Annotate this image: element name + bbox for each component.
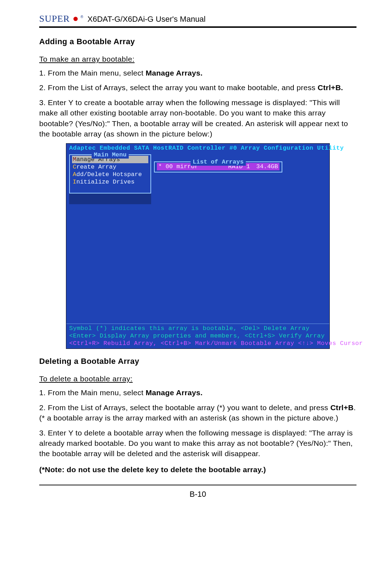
step-2: 2. From the List of Arrays, select the a… — [39, 82, 356, 93]
page-number: B-10 — [39, 490, 356, 499]
bios-body: Main Menu Manage Arrays Create Array Add… — [66, 153, 329, 194]
manual-title: X6DAT-G/X6DAi-G User's Manual — [87, 15, 205, 24]
help-line-1: Symbol (*) indicates this array is boota… — [69, 325, 327, 332]
footer-rule — [39, 485, 356, 485]
main-menu-box: Main Menu Manage Arrays Create Array Add… — [69, 154, 151, 194]
bios-screenshot: Adaptec Embedded SATA HostRAID Controlle… — [66, 143, 330, 349]
help-line-3: <Ctrl+R> Rebuild Array, <Ctrl+B> Mark/Un… — [69, 340, 327, 347]
del-step-2-text-a: 2. From the List of Arrays, select the b… — [39, 403, 330, 412]
menu-create-array[interactable]: Create Array — [72, 163, 148, 171]
help-line-2: <Enter> Display Array properties and mem… — [69, 332, 327, 340]
step-1-text: 1. From the Main menu, select — [39, 69, 145, 77]
del-step-2-bold: Ctrl+B — [330, 403, 354, 412]
arrays-wrap: List of Arrays * 00 mirror RAID 1 34.4GB — [151, 153, 327, 172]
menu-label-2: reate Array — [76, 164, 116, 170]
hotkey-c: C — [73, 164, 76, 170]
bios-help-bar: Symbol (*) indicates this array is boota… — [66, 324, 329, 349]
note-warning: (*Note: do not use the delete key to del… — [39, 465, 356, 474]
del-step-1: 1. From the Main menu, select Manage Arr… — [39, 387, 356, 398]
list-of-arrays-box: List of Arrays * 00 mirror RAID 1 34.4GB — [154, 161, 282, 172]
del-step-1-bold: Manage Arrays. — [145, 388, 202, 397]
section-heading-adding: Adding a Bootable Array — [39, 37, 356, 46]
brand-name: SUPER — [39, 14, 70, 24]
menu-shadow — [69, 194, 151, 204]
brand-dot-icon — [73, 17, 78, 21]
menu-add-delete-hotspare[interactable]: Add/Delete Hotspare — [72, 171, 148, 178]
step-2-text: 2. From the List of Arrays, select the a… — [39, 83, 318, 92]
menu-label-3: dd/Delete Hotspare — [76, 171, 142, 178]
del-step-2: 2. From the List of Arrays, select the b… — [39, 402, 356, 423]
step-3: 3. Enter Y to create a bootable array wh… — [39, 97, 356, 139]
manual-page: SUPER ® X6DAT-G/X6DAi-G User's Manual Ad… — [0, 0, 385, 588]
hotkey-a: A — [73, 171, 76, 178]
page-header: SUPER ® X6DAT-G/X6DAi-G User's Manual — [39, 14, 356, 28]
menu-initialize-drives[interactable]: Initialize Drives — [72, 178, 148, 186]
hotkey-i: I — [73, 179, 76, 185]
step-1: 1. From the Main menu, select Manage Arr… — [39, 68, 356, 78]
step-1-bold: Manage Arrays. — [145, 69, 202, 77]
step-2-bold: Ctrl+B. — [318, 83, 343, 92]
array-size: 34.4GB — [253, 163, 278, 170]
intro-line-2: To delete a bootable array: — [39, 375, 356, 383]
menu-label-4: nitialize Drives — [76, 179, 134, 185]
hotkey-m: M — [73, 156, 76, 163]
bios-empty-area — [66, 194, 329, 324]
arrays-title: List of Arrays — [191, 158, 246, 166]
del-step-1-text: 1. From the Main menu, select — [39, 388, 145, 397]
registered-icon: ® — [81, 15, 83, 19]
intro-line-1: To make an array bootable: — [39, 55, 356, 63]
del-step-3: 3. Enter Y to delete a bootable array wh… — [39, 428, 356, 459]
main-menu-title: Main Menu — [92, 151, 129, 159]
section-heading-deleting: Deleting a Bootable Array — [39, 357, 356, 366]
